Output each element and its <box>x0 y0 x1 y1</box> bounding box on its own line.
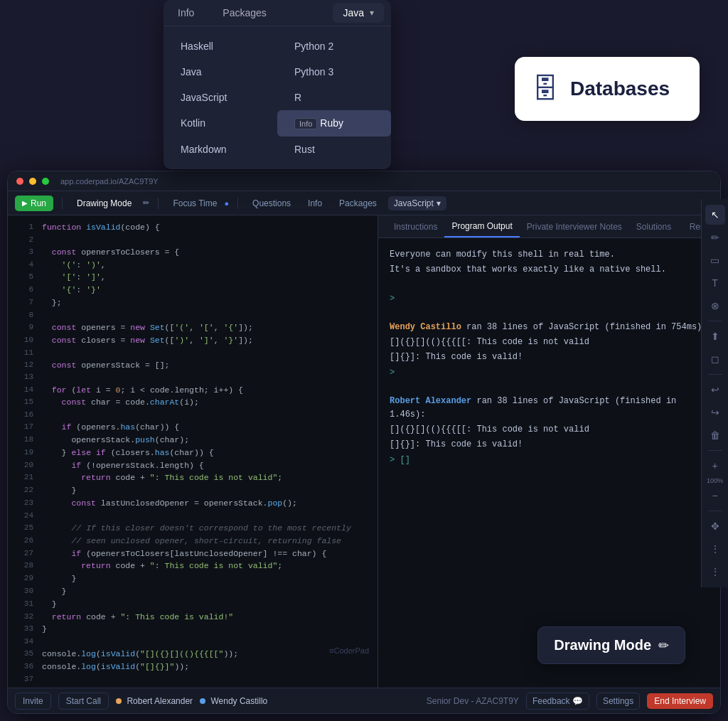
info-button[interactable]: Info <box>302 196 328 210</box>
packages-button[interactable]: Packages <box>333 196 382 210</box>
zoom-out-button[interactable]: − <box>705 486 725 506</box>
tool-separator <box>708 374 722 375</box>
lang-selector-label: Java <box>343 7 364 18</box>
coderpad-watermark: ≡CoderPad <box>329 646 369 655</box>
list-item[interactable]: Kotlin <box>164 110 277 137</box>
invite-button[interactable]: Invite <box>15 693 51 710</box>
list-item[interactable]: Markdown <box>164 137 277 162</box>
tab-info[interactable]: Info <box>164 0 208 26</box>
dropdown-header: Info Packages Java ▾ <box>164 0 391 26</box>
code-content: 1function isValid(code) { 2 3 const open… <box>8 215 378 689</box>
pencil-icon: ✏ <box>658 638 669 653</box>
toolbar-separator <box>237 198 238 209</box>
text-tool[interactable]: T <box>705 273 725 293</box>
chevron-down-icon: ▾ <box>437 198 441 208</box>
upload-tool[interactable]: ⬆ <box>705 326 725 346</box>
toolbar-separator <box>158 198 159 209</box>
output-area: Instructions Program Output Private Inte… <box>378 215 720 689</box>
session-label: Senior Dev - AZAC9T9Y <box>427 696 519 706</box>
tool-separator <box>708 450 722 451</box>
output-prompt-final: > [] <box>390 454 709 467</box>
more-options-1[interactable]: ⋮ <box>705 539 725 559</box>
tab-instructions[interactable]: Instructions <box>387 215 444 237</box>
user2-indicator: Wendy Castillo <box>200 696 267 706</box>
trash-button[interactable]: 🗑 <box>705 425 725 445</box>
pen-tool[interactable]: ✏ <box>705 228 725 247</box>
user2-dot <box>200 698 205 704</box>
output-prompt: > <box>390 366 709 380</box>
editor-body: 1function isValid(code) { 2 3 const open… <box>8 215 720 689</box>
window-titlebar: app.coderpad.io/AZAC9T9Y <box>8 171 720 191</box>
list-item[interactable]: Java <box>164 59 277 85</box>
info-icon: ● <box>224 199 229 208</box>
url-bar: app.coderpad.io/AZAC9T9Y <box>60 177 159 186</box>
output-user1-action: Wendy Castillo ran 38 lines of JavaScrip… <box>390 321 709 334</box>
output-prompt: > <box>390 292 709 306</box>
toolbar-separator <box>62 198 63 209</box>
cursor-tool[interactable]: ↖ <box>705 205 725 225</box>
bottom-right-controls: Senior Dev - AZAC9T9Y Feedback 💬 Setting… <box>427 693 713 710</box>
drawing-mode-button[interactable]: Drawing Mode <box>71 196 137 210</box>
list-item-highlighted[interactable]: InfoRuby <box>277 110 391 137</box>
drawing-mode-tooltip: Drawing Mode ✏ <box>537 626 685 664</box>
output-line: []{}]: This code is valid! <box>390 351 709 364</box>
output-line: []({}[]((){{{[[: This code is not valid <box>390 423 709 437</box>
maximize-dot[interactable] <box>42 178 49 185</box>
info-badge: Info <box>294 118 317 129</box>
play-icon: ▶ <box>22 199 28 207</box>
minimize-dot[interactable] <box>29 178 36 185</box>
focus-time-button[interactable]: Focus Time <box>167 196 223 210</box>
output-line: []({}[]((){{{[[: This code is not valid <box>390 336 709 349</box>
lang-selector[interactable]: Java ▾ <box>333 3 384 23</box>
tab-packages[interactable]: Packages <box>208 0 280 26</box>
start-call-button[interactable]: Start Call <box>58 693 109 710</box>
database-icon: 🗄 <box>532 74 559 105</box>
close-dot[interactable] <box>16 178 23 185</box>
output-user2-action: Robert Alexander ran 38 lines of JavaScr… <box>390 395 709 422</box>
eraser-tool[interactable]: ◻ <box>705 349 725 369</box>
tool-separator <box>708 511 722 511</box>
tool-separator <box>708 321 722 321</box>
redo-button[interactable]: ↪ <box>705 402 725 422</box>
lasso-tool[interactable]: ⊗ <box>705 296 725 316</box>
output-line: Everyone can modify this shell in real t… <box>390 248 709 262</box>
drawing-mode-label: Drawing Mode <box>554 637 651 653</box>
end-interview-button[interactable]: End Interview <box>647 693 713 709</box>
undo-button[interactable]: ↩ <box>705 380 725 400</box>
tab-program-output[interactable]: Program Output <box>444 215 519 237</box>
output-line: It's a sandbox that works exactly like a… <box>390 263 709 277</box>
list-item[interactable]: Python 3 <box>277 59 391 85</box>
settings-button[interactable]: Settings <box>596 693 640 710</box>
language-grid: Haskell Python 2 Java Python 3 JavaScrip… <box>164 26 391 169</box>
list-item[interactable]: Haskell <box>164 33 277 59</box>
list-item[interactable]: Rust <box>277 137 391 162</box>
language-selector[interactable]: JavaScript ▾ <box>388 196 446 210</box>
zoom-controls: + 100% − <box>705 456 725 506</box>
chevron-down-icon: ▾ <box>370 8 374 18</box>
language-dropdown: Info Packages Java ▾ Haskell Python 2 Ja… <box>164 0 391 169</box>
tab-solutions[interactable]: Solutions <box>629 215 678 237</box>
editor-toolbar: ▶ Run Drawing Mode ✏ Focus Time ● Questi… <box>8 191 720 215</box>
code-editor[interactable]: 1function isValid(code) { 2 3 const open… <box>8 215 378 689</box>
tab-private-notes[interactable]: Private Interviewer Notes <box>520 215 629 237</box>
bottom-bar: Invite Start Call Robert Alexander Wendy… <box>8 688 720 713</box>
list-item[interactable]: Python 2 <box>277 33 391 59</box>
user1-name: Wendy Castillo <box>390 322 461 332</box>
questions-button[interactable]: Questions <box>247 196 296 210</box>
output-line: []{}]: This code is valid! <box>390 438 709 452</box>
pencil-icon: ✏ <box>143 198 149 208</box>
databases-label: Databases <box>570 78 670 100</box>
more-options-2[interactable]: ⋮ <box>705 562 725 582</box>
output-tabs: Instructions Program Output Private Inte… <box>378 215 720 238</box>
run-button[interactable]: ▶ Run <box>15 196 53 211</box>
databases-card[interactable]: 🗄 Databases <box>515 57 700 121</box>
list-item[interactable]: R <box>277 85 391 110</box>
list-item[interactable]: JavaScript <box>164 85 277 110</box>
user1-dot <box>116 698 122 704</box>
right-tools-panel: ↖ ✏ ▭ T ⊗ ⬆ ◻ ↩ ↪ 🗑 + 100% − ✥ ⋮ ⋮ <box>701 199 728 587</box>
move-tool[interactable]: ✥ <box>705 516 725 536</box>
user2-name: Robert Alexander <box>390 396 471 406</box>
feedback-button[interactable]: Feedback 💬 <box>526 693 589 710</box>
zoom-in-button[interactable]: + <box>705 456 725 476</box>
rect-tool[interactable]: ▭ <box>705 250 725 270</box>
